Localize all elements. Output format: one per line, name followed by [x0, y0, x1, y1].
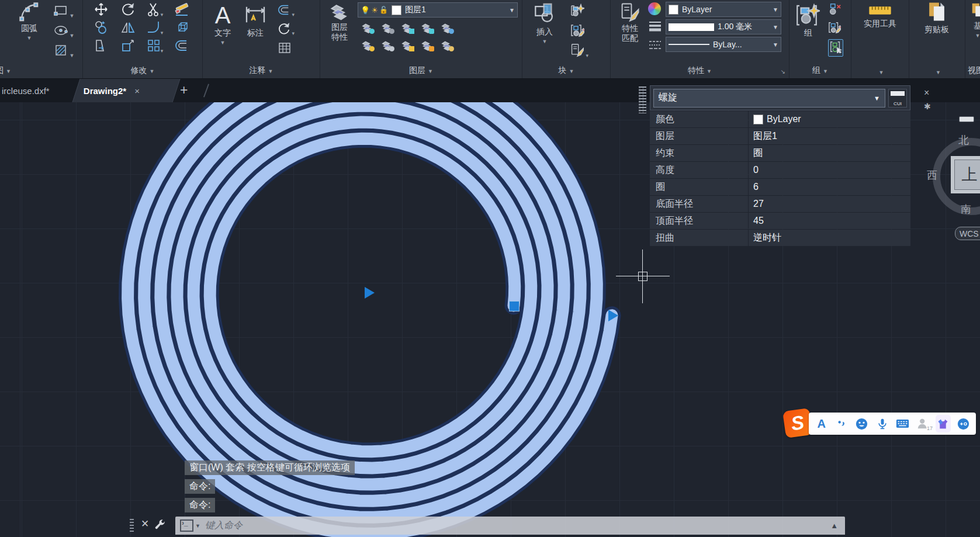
- leader-button[interactable]: ▾: [278, 4, 295, 19]
- dimension-button[interactable]: 标注: [239, 2, 272, 38]
- helix-base-radius-grip[interactable]: [509, 301, 520, 311]
- qp-row-value[interactable]: 图层1: [749, 128, 910, 144]
- object-type-select[interactable]: 螺旋 ▼: [653, 89, 885, 108]
- color-wheel-icon[interactable]: [648, 2, 661, 15]
- viewcube-west[interactable]: 西: [927, 168, 937, 182]
- layer-isolate-button[interactable]: [380, 22, 394, 34]
- properties-panel-label[interactable]: 特性▼: [611, 65, 789, 76]
- create-block-button[interactable]: [570, 4, 588, 20]
- viewcube-south[interactable]: 南: [961, 202, 971, 216]
- move-button[interactable]: [94, 2, 108, 19]
- layer-on-icon[interactable]: 💡: [361, 6, 370, 15]
- box-button[interactable]: [175, 20, 189, 37]
- group-panel-label[interactable]: 组▼: [789, 65, 851, 76]
- view-panel-label[interactable]: 视图: [965, 65, 980, 76]
- command-prompt-arrow[interactable]: ▼: [195, 523, 200, 529]
- group-select-toggle[interactable]: [828, 39, 843, 57]
- draw-panel-label[interactable]: 图▼: [0, 65, 82, 76]
- fillet-button[interactable]: ▾: [147, 20, 164, 37]
- layer-thaw-all-button[interactable]: [400, 40, 414, 51]
- ime-emoji-button[interactable]: [854, 415, 870, 432]
- quick-properties-close-icon[interactable]: ×: [924, 88, 929, 98]
- viewcube-up-face[interactable]: 上: [951, 156, 980, 193]
- file-tab-drawing2[interactable]: Drawing2* ×: [72, 79, 181, 102]
- command-input-bar[interactable]: ▼ 键入命令 ▲: [175, 517, 845, 535]
- linetype-select[interactable]: ByLay... ▼: [666, 37, 781, 52]
- command-bar-customize-button[interactable]: [154, 519, 166, 533]
- mirror-button[interactable]: [121, 20, 135, 37]
- helix-center-grip[interactable]: [365, 287, 375, 299]
- qp-row-value[interactable]: ByLayer: [749, 111, 910, 127]
- lineweight-icon[interactable]: [648, 20, 662, 34]
- command-bar-drag-handle[interactable]: [130, 519, 134, 533]
- properties-dialog-launcher[interactable]: ↘: [781, 68, 785, 75]
- utilities-panel-label[interactable]: ▼: [851, 67, 909, 76]
- block-panel-label[interactable]: 块▼: [522, 65, 610, 76]
- copy-button[interactable]: [94, 20, 108, 37]
- group-edit-button[interactable]: [828, 21, 843, 36]
- ellipse-button[interactable]: ▼: [54, 23, 74, 40]
- cui-button[interactable]: CUI: [888, 89, 907, 108]
- ime-keyboard-button[interactable]: [895, 415, 910, 432]
- layer-freeze-button[interactable]: [400, 22, 414, 34]
- file-tab-close-icon[interactable]: ×: [134, 86, 140, 96]
- ime-toolbox-button[interactable]: [955, 415, 971, 432]
- offset-button[interactable]: [175, 39, 189, 55]
- layer-off-button[interactable]: [361, 22, 375, 34]
- layer-make-current-button[interactable]: [440, 22, 454, 34]
- quick-properties-drag-handle[interactable]: [639, 86, 646, 113]
- helix-top-radius-grip[interactable]: [608, 310, 618, 321]
- array-button[interactable]: ▾: [147, 39, 164, 55]
- table-button[interactable]: [278, 41, 295, 57]
- rectangle-button[interactable]: ▼: [54, 4, 74, 20]
- command-input-placeholder[interactable]: 键入命令: [205, 519, 243, 532]
- linetype-arrow[interactable]: ▼: [773, 41, 778, 48]
- layer-properties-button[interactable]: 图层 特性: [324, 2, 355, 42]
- group-button[interactable]: 组: [794, 4, 822, 38]
- text-button[interactable]: A 文字 ▼: [209, 2, 237, 48]
- paste-button[interactable]: 剪贴板: [915, 1, 958, 34]
- object-type-arrow[interactable]: ▼: [874, 95, 880, 102]
- match-properties-button[interactable]: 特性 匹配: [614, 2, 646, 43]
- lineweight-select[interactable]: 1.00 毫米 ▼: [666, 19, 781, 34]
- command-prompt-icon[interactable]: [180, 519, 193, 532]
- modify-panel-label[interactable]: 修改▼: [83, 65, 202, 76]
- layer-unisolate-button[interactable]: [380, 40, 394, 51]
- multileader-button[interactable]: ▾: [278, 22, 295, 37]
- layer-unlock-button[interactable]: [420, 40, 434, 51]
- ime-login-button[interactable]: 17: [915, 415, 930, 432]
- insert-dropdown-arrow[interactable]: ▼: [528, 37, 561, 47]
- layers-panel-label[interactable]: 图层▼: [320, 65, 522, 76]
- layer-color-swatch[interactable]: [392, 5, 401, 15]
- command-bar-close-icon[interactable]: ✕: [141, 518, 149, 530]
- lineweight-arrow[interactable]: ▼: [773, 24, 778, 30]
- ime-skin-button[interactable]: [936, 415, 951, 432]
- object-color-select[interactable]: ByLayer ▼: [666, 2, 781, 17]
- object-color-arrow[interactable]: ▼: [773, 6, 778, 13]
- define-attributes-button[interactable]: ▾: [570, 43, 588, 60]
- text-dropdown-arrow[interactable]: ▼: [209, 38, 237, 48]
- layer-lock-icon[interactable]: 🔓: [379, 6, 388, 14]
- arc-button[interactable]: 圆弧 ▼: [13, 2, 46, 43]
- qp-row-value[interactable]: 逆时针: [749, 230, 910, 246]
- measure-button[interactable]: 实用工具: [857, 5, 903, 29]
- layer-match-button[interactable]: [440, 40, 454, 51]
- ime-voice-button[interactable]: [875, 415, 890, 432]
- file-tab-circleuse[interactable]: ircleuse.dxf*: [0, 79, 50, 102]
- new-tab-button[interactable]: +: [180, 82, 188, 98]
- scale-button[interactable]: [121, 39, 135, 55]
- layer-select-arrow[interactable]: ▼: [509, 7, 515, 13]
- rotate-button[interactable]: [121, 2, 135, 19]
- quick-properties-settings-icon[interactable]: ✱: [924, 102, 931, 111]
- qp-row-value[interactable]: 45: [749, 213, 910, 229]
- viewport-minimize-button[interactable]: [959, 116, 974, 122]
- viewcube-north[interactable]: 北: [958, 133, 969, 147]
- annotate-panel-label[interactable]: 注释▼: [203, 65, 320, 76]
- layer-lock-button[interactable]: [420, 22, 434, 34]
- qp-row-value[interactable]: 圈: [749, 145, 910, 161]
- linetype-icon[interactable]: [648, 40, 662, 54]
- trim-button[interactable]: ▾: [147, 2, 164, 19]
- command-history-expand-icon[interactable]: ▲: [830, 521, 838, 530]
- layer-select[interactable]: 💡 ☀ 🔓 图层1 ▼: [358, 2, 518, 18]
- hatch-button[interactable]: ▼: [54, 43, 74, 60]
